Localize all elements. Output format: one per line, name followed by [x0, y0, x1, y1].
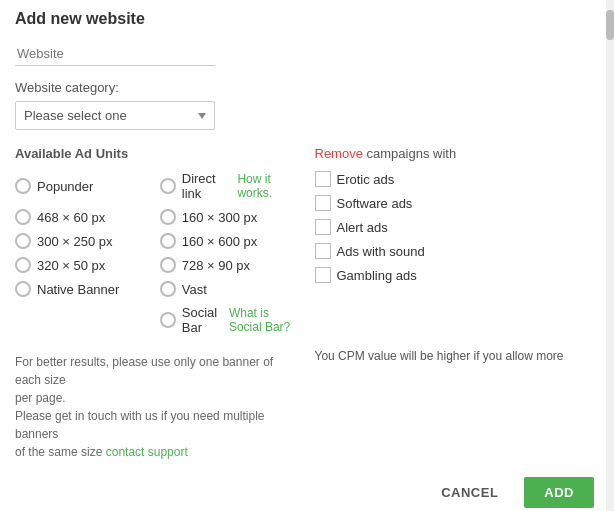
radio-social-bar[interactable]: Social Bar What is Social Bar?: [160, 305, 295, 335]
checkbox-software[interactable]: Software ads: [315, 195, 595, 211]
radio-direct-link[interactable]: Direct link How it works.: [160, 171, 295, 201]
checkbox-alert[interactable]: Alert ads: [315, 219, 595, 235]
radio-icon-300x250: [15, 233, 31, 249]
remove-campaigns-section: Remove campaigns with Erotic ads Softwar…: [315, 146, 595, 335]
hint-line2: per page.: [15, 391, 66, 405]
what-is-social-bar-link[interactable]: What is Social Bar?: [229, 306, 295, 334]
radio-native-banner[interactable]: Native Banner: [15, 281, 150, 297]
radio-icon-social-bar: [160, 312, 176, 328]
checkbox-icon-erotic: [315, 171, 331, 187]
hint-line4: of the same size: [15, 445, 102, 459]
category-select[interactable]: Please select one: [16, 102, 214, 129]
radio-vast[interactable]: Vast: [160, 281, 295, 297]
label-ads-with-sound: Ads with sound: [337, 244, 425, 259]
radio-icon-160x600: [160, 233, 176, 249]
label-gambling: Gambling ads: [337, 268, 417, 283]
ad-units-grid: Popunder Direct link How it works. 468 ×…: [15, 171, 295, 335]
website-input[interactable]: [15, 42, 215, 66]
hint-section: For better results, please use only one …: [15, 339, 295, 461]
hint-text: For better results, please use only one …: [15, 353, 295, 461]
checkbox-icon-ads-with-sound: [315, 243, 331, 259]
label-alert: Alert ads: [337, 220, 388, 235]
ad-units-title: Available Ad Units: [15, 146, 295, 161]
radio-160x300[interactable]: 160 × 300 px: [160, 209, 295, 225]
checkbox-ads-with-sound[interactable]: Ads with sound: [315, 243, 595, 259]
checkbox-gambling[interactable]: Gambling ads: [315, 267, 595, 283]
label-160x300: 160 × 300 px: [182, 210, 258, 225]
label-social-bar: Social Bar: [182, 305, 219, 335]
radio-icon-direct-link: [160, 178, 176, 194]
cpm-section: You CPM value will be higher if you allo…: [315, 339, 595, 461]
checkbox-icon-gambling: [315, 267, 331, 283]
radio-468x60[interactable]: 468 × 60 px: [15, 209, 150, 225]
bottom-section: For better results, please use only one …: [15, 339, 594, 461]
modal-title: Add new website: [15, 10, 594, 28]
modal-content: Add new website Website category: Please…: [0, 0, 614, 511]
add-button[interactable]: ADD: [524, 477, 594, 508]
label-software: Software ads: [337, 196, 413, 211]
cpm-note: You CPM value will be higher if you allo…: [315, 349, 595, 363]
scrollbar[interactable]: [606, 0, 614, 511]
label-468x60: 468 × 60 px: [37, 210, 105, 225]
radio-728x90[interactable]: 728 × 90 px: [160, 257, 295, 273]
radio-160x600[interactable]: 160 × 600 px: [160, 233, 295, 249]
label-erotic: Erotic ads: [337, 172, 395, 187]
radio-icon-popunder: [15, 178, 31, 194]
modal-container: Add new website Website category: Please…: [0, 0, 614, 511]
radio-icon-468x60: [15, 209, 31, 225]
radio-popunder[interactable]: Popunder: [15, 171, 150, 201]
ad-units-section: Available Ad Units Popunder Direct link …: [15, 146, 295, 335]
remove-title-suffix: campaigns with: [363, 146, 456, 161]
label-728x90: 728 × 90 px: [182, 258, 250, 273]
label-native-banner: Native Banner: [37, 282, 119, 297]
checkbox-icon-software: [315, 195, 331, 211]
label-300x250: 300 × 250 px: [37, 234, 113, 249]
hint-line3: Please get in touch with us if you need …: [15, 409, 264, 441]
cancel-button[interactable]: CANCEL: [425, 477, 514, 508]
scrollbar-thumb: [606, 10, 614, 40]
radio-icon-728x90: [160, 257, 176, 273]
radio-icon-native-banner: [15, 281, 31, 297]
radio-icon-vast: [160, 281, 176, 297]
label-320x50: 320 × 50 px: [37, 258, 105, 273]
label-popunder: Popunder: [37, 179, 93, 194]
label-vast: Vast: [182, 282, 207, 297]
label-160x600: 160 × 600 px: [182, 234, 258, 249]
label-direct-link: Direct link: [182, 171, 228, 201]
remove-title: Remove campaigns with: [315, 146, 595, 161]
remove-word: Remove: [315, 146, 363, 161]
hint-line1: For better results, please use only one …: [15, 355, 273, 387]
checkbox-erotic[interactable]: Erotic ads: [315, 171, 595, 187]
footer-buttons: CANCEL ADD: [15, 477, 594, 511]
category-label: Website category:: [15, 80, 594, 95]
radio-icon-320x50: [15, 257, 31, 273]
radio-300x250[interactable]: 300 × 250 px: [15, 233, 150, 249]
main-section: Available Ad Units Popunder Direct link …: [15, 146, 594, 335]
checkbox-icon-alert: [315, 219, 331, 235]
radio-320x50[interactable]: 320 × 50 px: [15, 257, 150, 273]
how-it-works-link[interactable]: How it works.: [237, 172, 294, 200]
category-select-wrapper[interactable]: Please select one: [15, 101, 215, 130]
contact-support-link[interactable]: contact support: [106, 445, 188, 459]
radio-icon-160x300: [160, 209, 176, 225]
